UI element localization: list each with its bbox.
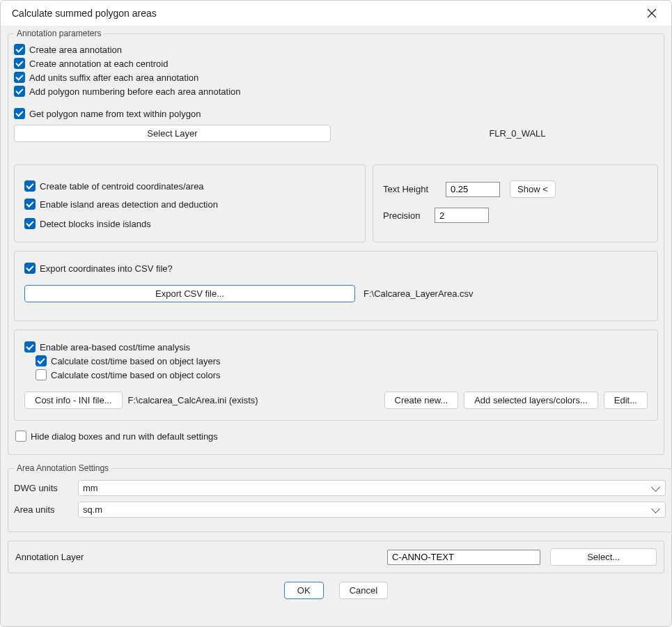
enable-island-checkbox[interactable] <box>24 199 36 210</box>
ok-button[interactable]: OK <box>284 582 324 599</box>
edit-button[interactable]: Edit... <box>604 392 648 409</box>
area-annotation-settings-group: Area Annotation Settings DWG units mm Ar… <box>8 463 672 532</box>
export-csv-button[interactable]: Export CSV file... <box>24 285 355 302</box>
annotation-layer-panel: Annotation Layer Select... <box>8 541 664 573</box>
show-button[interactable]: Show < <box>510 180 556 198</box>
add-units-suffix-checkbox[interactable] <box>14 72 25 83</box>
table-options-panel: Create table of centroid coordinates/are… <box>14 164 366 242</box>
add-polygon-numbering-checkbox[interactable] <box>14 86 25 97</box>
export-csv-checkbox[interactable] <box>24 263 36 274</box>
export-csv-label: Export coordinates into CSV file? <box>40 263 173 274</box>
create-table-checkbox[interactable] <box>24 180 36 192</box>
area-units-label: Area units <box>14 504 68 515</box>
detect-blocks-checkbox[interactable] <box>24 218 36 229</box>
create-table-label: Create table of centroid coordinates/are… <box>40 181 204 192</box>
window-title: Calculate summed polygon areas <box>12 8 157 19</box>
cost-ini-file-button[interactable]: Cost info - INI file... <box>24 392 123 409</box>
annotation-parameters-legend: Annotation parameters <box>14 29 104 38</box>
area-units-select[interactable]: sq.m <box>78 502 666 518</box>
annotation-layer-input[interactable] <box>387 550 540 565</box>
csv-panel: Export coordinates into CSV file? Export… <box>14 251 658 321</box>
cost-panel: Enable area-based cost/time analysis Cal… <box>14 330 658 421</box>
add-units-suffix-label: Add units suffix after each area annotat… <box>29 72 198 83</box>
hide-dialog-checkbox[interactable] <box>15 431 26 442</box>
titlebar: Calculate summed polygon areas <box>1 1 671 26</box>
create-at-centroid-label: Create annotation at each centroid <box>29 59 168 69</box>
enable-cost-checkbox[interactable] <box>24 341 36 353</box>
text-height-label: Text Height <box>383 184 436 194</box>
select-layer-button[interactable]: Select Layer <box>14 125 331 142</box>
precision-label: Precision <box>383 210 425 221</box>
close-icon[interactable] <box>639 3 664 23</box>
dialog-window: Calculate summed polygon areas Annotatio… <box>0 0 672 627</box>
text-height-input[interactable] <box>446 182 500 197</box>
calc-by-layers-label: Calculate cost/time based on object laye… <box>51 356 221 366</box>
add-polygon-numbering-label: Add polygon numbering before each area a… <box>29 86 241 97</box>
annotation-parameters-group: Annotation parameters Create area annota… <box>8 29 664 455</box>
annotation-layer-label: Annotation Layer <box>15 552 377 562</box>
create-at-centroid-checkbox[interactable] <box>14 58 25 69</box>
detect-blocks-label: Detect blocks inside islands <box>40 219 151 229</box>
hide-dialog-label: Hide dialog boxes and run with default s… <box>31 431 218 442</box>
add-selected-layers-button[interactable]: Add selected layers/colors... <box>464 392 598 409</box>
dwg-units-label: DWG units <box>14 483 68 493</box>
dialog-footer: OK Cancel <box>8 582 664 599</box>
create-new-button[interactable]: Create new... <box>384 392 459 409</box>
text-settings-panel: Text Height Show < Precision <box>373 164 658 242</box>
ini-path-value: F:\calcarea_CalcArea.ini (exists) <box>128 395 258 405</box>
create-area-annotation-checkbox[interactable] <box>14 44 25 55</box>
annotation-layer-select-button[interactable]: Select... <box>550 548 657 566</box>
calc-by-layers-checkbox[interactable] <box>36 355 47 366</box>
area-annotation-settings-legend: Area Annotation Settings <box>14 463 111 473</box>
get-polygon-name-label: Get polygon name from text within polygo… <box>29 109 201 119</box>
dwg-units-select[interactable]: mm <box>78 480 666 496</box>
calc-by-colors-label: Calculate cost/time based on object colo… <box>51 370 221 380</box>
enable-island-label: Enable island areas detection and deduct… <box>40 199 218 210</box>
calc-by-colors-checkbox[interactable] <box>36 369 47 380</box>
csv-path-value: F:\Calcarea_LayerArea.csv <box>364 288 474 299</box>
cancel-button[interactable]: Cancel <box>339 582 388 599</box>
get-polygon-name-checkbox[interactable] <box>14 108 25 119</box>
enable-cost-label: Enable area-based cost/time analysis <box>40 342 190 353</box>
selected-layer-value: FLR_0_WALL <box>489 128 545 139</box>
precision-input[interactable] <box>435 208 489 223</box>
create-area-annotation-label: Create area annotation <box>29 45 122 55</box>
